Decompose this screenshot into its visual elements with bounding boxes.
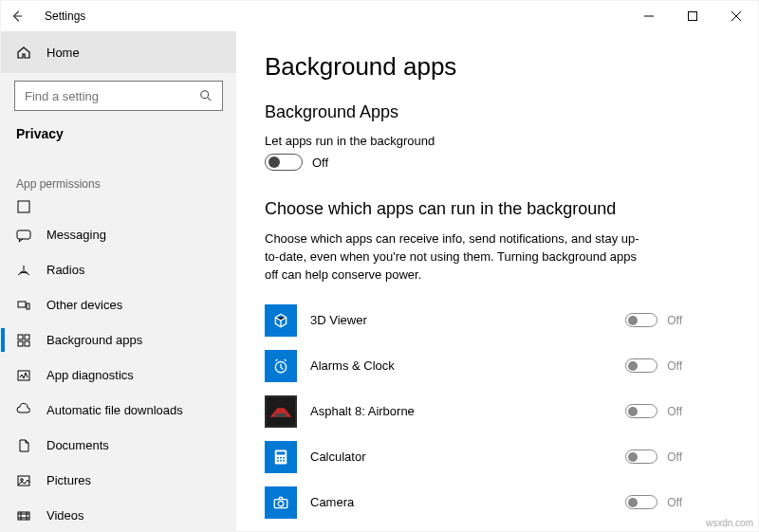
svg-rect-18: [277, 451, 286, 454]
minimize-icon: [644, 11, 654, 21]
sidebar-item-label: Pictures: [46, 473, 91, 487]
app-row: 3D ViewerOff: [265, 298, 682, 343]
svg-rect-5: [27, 303, 29, 309]
section-heading-master: Background Apps: [265, 102, 730, 122]
sidebar-item-label: Documents: [46, 438, 109, 452]
background-apps-icon: [16, 333, 31, 348]
app-row: CalculatorOff: [265, 434, 682, 480]
app-toggle[interactable]: [625, 449, 657, 464]
section-heading-apps: Choose which apps can run in the backgro…: [265, 199, 730, 219]
master-toggle[interactable]: [265, 154, 303, 171]
app-toggle[interactable]: [625, 313, 657, 327]
master-toggle-label: Let apps run in the background: [265, 134, 730, 148]
svg-rect-7: [25, 335, 29, 339]
sidebar-item-automatic-file-downloads[interactable]: Automatic file downloads: [1, 393, 236, 428]
sidebar-item-other-devices[interactable]: Other devices: [1, 287, 236, 322]
maximize-icon: [688, 11, 697, 21]
svg-rect-3: [17, 230, 30, 239]
other-devices-icon: [16, 298, 31, 313]
videos-icon: [16, 508, 31, 523]
svg-point-21: [283, 456, 285, 458]
sidebar-subheader: App permissions: [1, 155, 236, 196]
search-box[interactable]: [14, 81, 223, 111]
messaging-icon: [16, 228, 31, 243]
app-diagnostics-icon: [16, 368, 31, 383]
sidebar-item-label: Radios: [46, 263, 84, 277]
app-toggle[interactable]: [625, 358, 657, 373]
app-icon: [265, 441, 297, 473]
svg-rect-16: [275, 413, 286, 416]
page-title: Background apps: [265, 52, 730, 82]
app-name: Alarms & Clock: [310, 358, 612, 373]
sidebar-item-app-diagnostics[interactable]: App diagnostics: [1, 358, 236, 393]
svg-rect-4: [18, 302, 26, 307]
sidebar-item-label: Messaging: [46, 228, 106, 242]
sidebar-home[interactable]: Home: [1, 31, 236, 73]
app-icon: [265, 486, 297, 519]
search-input[interactable]: [25, 89, 199, 103]
svg-point-24: [283, 459, 285, 461]
search-icon: [199, 89, 213, 102]
svg-rect-2: [18, 201, 29, 212]
cloud-download-icon: [16, 403, 31, 418]
sidebar-item-background-apps[interactable]: Background apps: [1, 322, 236, 358]
svg-point-22: [277, 459, 279, 461]
svg-point-20: [280, 456, 282, 458]
titlebar: Settings: [1, 1, 758, 31]
app-toggle-state: Off: [667, 314, 682, 327]
app-toggle-cell: Off: [625, 449, 682, 464]
svg-point-12: [21, 478, 24, 481]
sidebar-item-tasks[interactable]: Tasks: [1, 196, 236, 217]
app-toggle-cell: Off: [625, 404, 682, 418]
app-toggle[interactable]: [625, 495, 657, 509]
app-name: Camera: [310, 495, 612, 509]
window-title: Settings: [33, 9, 85, 23]
sidebar-item-label: Automatic file downloads: [46, 403, 183, 417]
close-icon: [731, 11, 741, 21]
app-toggle-state: Off: [667, 359, 682, 373]
svg-rect-8: [18, 341, 23, 346]
svg-rect-9: [25, 341, 29, 346]
minimize-button[interactable]: [627, 1, 671, 31]
documents-icon: [16, 438, 31, 453]
app-list: 3D ViewerOffAlarms & ClockOffAsphalt 8: …: [265, 298, 730, 531]
home-icon: [16, 45, 31, 60]
app-toggle-state: Off: [667, 405, 682, 418]
close-button[interactable]: [714, 1, 758, 31]
app-toggle[interactable]: [625, 404, 657, 418]
svg-point-26: [278, 501, 284, 506]
svg-point-1: [201, 91, 209, 99]
sidebar-item-videos[interactable]: Videos: [1, 498, 236, 531]
back-button[interactable]: [1, 1, 33, 31]
maximize-button[interactable]: [671, 1, 714, 31]
app-toggle-cell: Off: [625, 358, 682, 373]
app-toggle-cell: Off: [625, 313, 682, 327]
app-toggle-cell: Off: [625, 495, 682, 509]
app-icon: [265, 304, 297, 337]
sidebar-item-messaging[interactable]: Messaging: [1, 217, 236, 252]
sidebar-item-pictures[interactable]: Pictures: [1, 463, 236, 498]
sidebar-nav: Tasks Messaging Radios Other devices Bac…: [1, 196, 236, 531]
sidebar-item-label: App diagnostics: [46, 368, 134, 382]
svg-rect-13: [18, 512, 29, 520]
app-row: Alarms & ClockOff: [265, 343, 682, 389]
sidebar-item-radios[interactable]: Radios: [1, 252, 236, 287]
tasks-icon: [16, 199, 31, 214]
svg-point-23: [280, 459, 282, 461]
app-icon: [265, 350, 297, 382]
section-description: Choose which apps can receive info, send…: [265, 230, 644, 284]
app-row: CameraOff: [265, 480, 682, 525]
sidebar-item-label: Other devices: [46, 298, 122, 312]
app-toggle-state: Off: [667, 496, 682, 509]
watermark: wsxdn.com: [706, 518, 753, 528]
back-arrow-icon: [10, 9, 24, 23]
svg-point-19: [277, 456, 279, 458]
sidebar-item-documents[interactable]: Documents: [1, 428, 236, 463]
app-row: CortanaOff: [265, 525, 682, 531]
app-name: Asphalt 8: Airborne: [310, 404, 612, 418]
sidebar-item-label: Background apps: [46, 333, 142, 347]
app-name: 3D Viewer: [310, 313, 612, 327]
sidebar: Home Privacy App permissions Tasks Messa…: [1, 31, 236, 531]
app-toggle-state: Off: [667, 450, 682, 464]
master-toggle-state: Off: [312, 156, 328, 170]
